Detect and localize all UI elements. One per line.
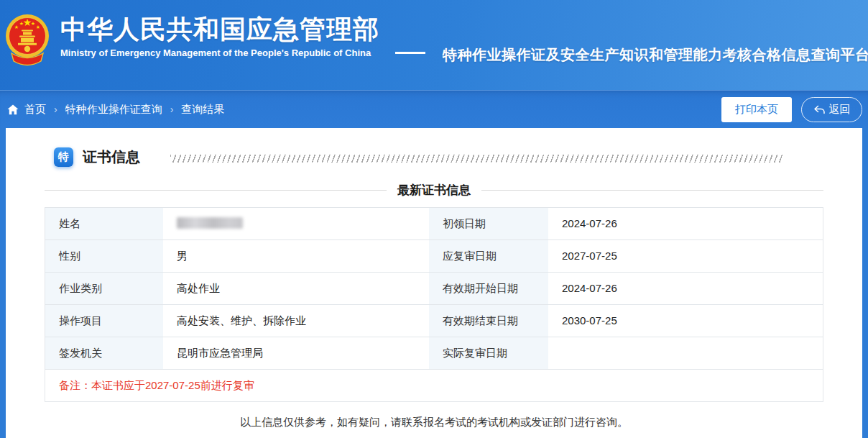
label-review-due-date: 应复审日期 (429, 239, 548, 272)
label-validity-start-date: 有效期开始日期 (429, 272, 548, 304)
label-actual-review-date: 实际复审日期 (429, 337, 548, 369)
breadcrumb-item-home: 首页 (24, 103, 46, 117)
value-review-due-date: 2027-07-25 (548, 239, 823, 272)
header-divider-dash (395, 52, 425, 54)
breadcrumb-separator: › (54, 104, 57, 115)
breadcrumb-home-link[interactable]: 首页 (7, 103, 46, 117)
footer-disclaimer: 以上信息仅供参考，如有疑问，请联系报名考试的考试机构或发证部门进行咨询。 (6, 416, 862, 429)
breadcrumb-item-query[interactable]: 特种作业操作证查询 (65, 103, 162, 117)
label-issuing-authority: 签发机关 (45, 337, 163, 369)
breadcrumb-separator: › (170, 104, 174, 115)
label-gender: 性别 (45, 239, 163, 272)
certificate-table: 姓名 初领日期 2024-07-26 性别 男 应复审日期 2027-07-25… (45, 207, 823, 402)
site-title-cn: 中华人民共和国应急管理部 (60, 15, 379, 44)
section-title: 证书信息 (83, 147, 140, 167)
value-initial-issue-date: 2024-07-26 (548, 208, 823, 239)
label-operation-category: 作业类别 (45, 272, 163, 304)
toolbar-actions: 打印本页 返回 (721, 97, 862, 122)
back-button[interactable]: 返回 (801, 97, 862, 122)
print-page-button[interactable]: 打印本页 (721, 97, 792, 122)
site-title-en: Ministry of Emergency Management of the … (60, 47, 379, 58)
hatch-decoration (170, 155, 783, 163)
table-title-divider: 最新证书信息 (45, 182, 823, 199)
label-initial-issue-date: 初领日期 (429, 208, 548, 239)
content-card: 特 证书信息 最新证书信息 姓名 初领日期 2024-07-26 性别 男 应复… (6, 128, 862, 438)
value-validity-end-date: 2030-07-25 (548, 304, 823, 337)
value-operation-item: 高处安装、维护、拆除作业 (163, 304, 429, 337)
section-header: 特 证书信息 (54, 147, 862, 167)
divider-line-left (45, 190, 387, 191)
value-actual-review-date (548, 337, 823, 369)
svg-text:★: ★ (31, 21, 35, 26)
label-name: 姓名 (45, 208, 163, 239)
back-arrow-icon (813, 105, 825, 114)
value-validity-start-date: 2024-07-26 (548, 272, 823, 304)
value-gender: 男 (163, 239, 429, 272)
platform-title: 特种作业操作证及安全生产知识和管理能力考核合格信息查询平台 (443, 45, 868, 65)
certificate-table-wrap: 最新证书信息 姓名 初领日期 2024-07-26 性别 男 应复审日期 202… (45, 182, 823, 402)
special-operation-badge: 特 (54, 147, 73, 167)
label-operation-item: 操作项目 (45, 304, 163, 337)
china-national-emblem-logo: ★ ★ ★ ★ ★ (5, 6, 50, 78)
value-operation-category: 高处作业 (163, 272, 429, 304)
site-header: ★ ★ ★ ★ ★ 中华人民共和国应急管理部 Ministry of Emerg… (0, 0, 868, 90)
svg-text:★: ★ (14, 24, 19, 29)
table-title: 最新证书信息 (397, 182, 471, 199)
site-title-block: 中华人民共和国应急管理部 Ministry of Emergency Manag… (60, 15, 379, 58)
divider-line-right (481, 190, 823, 191)
label-validity-end-date: 有效期结束日期 (429, 304, 548, 337)
breadcrumb-item-result: 查询结果 (181, 103, 224, 117)
home-icon (7, 104, 19, 115)
redacted-name-value (177, 217, 243, 229)
value-name (163, 208, 429, 239)
svg-text:★: ★ (36, 24, 40, 29)
back-button-label: 返回 (829, 103, 851, 117)
remark-row: 备注：本证书应于2027-07-25前进行复审 (45, 369, 823, 401)
value-issuing-authority: 昆明市应急管理局 (163, 337, 429, 369)
breadcrumb-bar: 首页 › 特种作业操作证查询 › 查询结果 打印本页 返回 (0, 90, 868, 128)
svg-text:★: ★ (19, 21, 24, 26)
breadcrumb: 首页 › 特种作业操作证查询 › 查询结果 (7, 103, 224, 117)
